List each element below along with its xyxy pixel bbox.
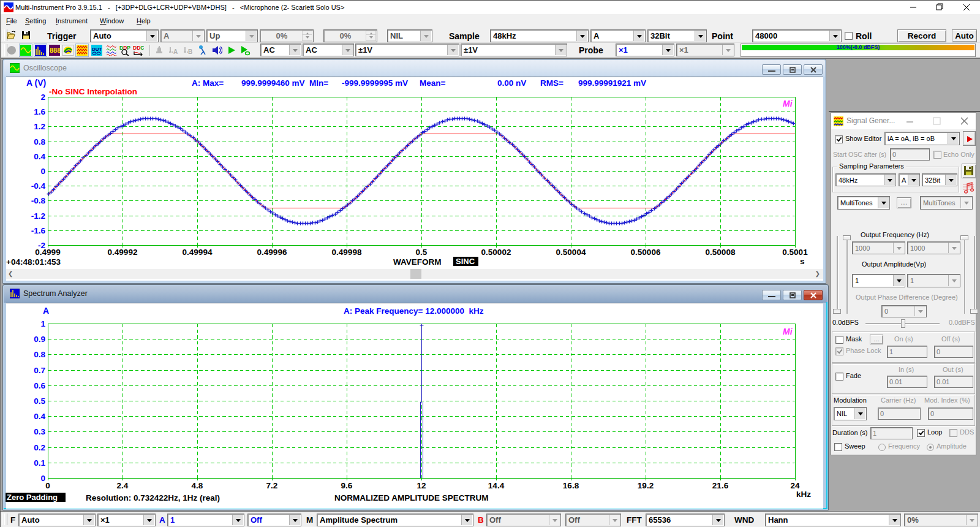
svg-text:0: 0 <box>40 474 45 483</box>
svg-text:0.7: 0.7 <box>34 366 45 375</box>
svg-text:SINC: SINC <box>456 257 475 266</box>
svg-text:0.00 nV: 0.00 nV <box>497 78 526 88</box>
svg-text:Resolution: 0.732422Hz, 1Hz (r: Resolution: 0.732422Hz, 1Hz (real) <box>86 493 220 502</box>
svg-text:B: B <box>188 48 192 55</box>
svg-text:19.2: 19.2 <box>638 481 654 490</box>
svg-text:2.4: 2.4 <box>117 481 129 490</box>
svg-text:16.8: 16.8 <box>563 481 579 490</box>
svg-text:A (V): A (V) <box>26 78 46 88</box>
svg-text:0.50004: 0.50004 <box>556 248 586 257</box>
svg-text:A: A <box>173 48 178 55</box>
svg-text:0.5: 0.5 <box>34 396 45 406</box>
svg-text:0.9: 0.9 <box>34 335 45 344</box>
svg-text:0.49994: 0.49994 <box>183 248 213 257</box>
svg-text:12: 12 <box>417 481 426 490</box>
svg-text:0.49996: 0.49996 <box>257 248 287 257</box>
svg-text:4.8: 4.8 <box>192 481 203 490</box>
svg-text:kHz: kHz <box>796 490 811 499</box>
svg-text:0.50002: 0.50002 <box>481 248 511 257</box>
svg-text:0.8: 0.8 <box>34 350 45 359</box>
svg-text:0.5: 0.5 <box>416 248 428 257</box>
svg-text:0: 0 <box>45 481 50 490</box>
svg-text:888: 888 <box>50 47 60 54</box>
svg-text:WAVEFORM: WAVEFORM <box>393 257 442 267</box>
svg-text:0.49992: 0.49992 <box>108 248 138 257</box>
svg-text:24: 24 <box>790 481 800 490</box>
svg-text:0.6: 0.6 <box>34 381 45 390</box>
svg-text:0.2: 0.2 <box>34 443 45 452</box>
svg-text:0.3: 0.3 <box>34 427 45 436</box>
svg-text:MIn=: MIn= <box>309 78 328 88</box>
svg-text:DUT: DUT <box>92 47 102 52</box>
svg-text:0.5001: 0.5001 <box>782 248 808 257</box>
svg-text:1: 1 <box>40 319 45 328</box>
svg-text:NORMALIZED AMPLITUDE SPECTRUM: NORMALIZED AMPLITUDE SPECTRUM <box>334 493 489 502</box>
svg-text:2: 2 <box>40 93 45 102</box>
svg-text:0.4: 0.4 <box>34 152 45 161</box>
svg-text:14.4: 14.4 <box>488 481 505 490</box>
svg-text:999.99991921 mV: 999.99991921 mV <box>578 78 646 88</box>
svg-text:0.4999: 0.4999 <box>35 248 60 257</box>
svg-text:1.6: 1.6 <box>34 107 45 116</box>
svg-text:0.1: 0.1 <box>34 458 45 468</box>
svg-text:0: 0 <box>40 167 45 176</box>
svg-text:Mi: Mi <box>783 99 793 108</box>
svg-text:7.2: 7.2 <box>266 481 278 490</box>
svg-text:-999.9999995 mV: -999.9999995 mV <box>342 78 408 88</box>
svg-text:9.6: 9.6 <box>341 481 353 490</box>
svg-text:A: Peak Frequency= 12.000000: A: Peak Frequency= 12.000000 kHz <box>344 306 484 316</box>
svg-text:0.4: 0.4 <box>34 412 45 421</box>
svg-text:+04:48:01:453: +04:48:01:453 <box>6 257 61 267</box>
svg-text:1.2: 1.2 <box>34 122 45 131</box>
svg-text:0.50008: 0.50008 <box>706 248 736 257</box>
svg-text:Mi: Mi <box>783 327 793 336</box>
svg-text:-1.2: -1.2 <box>31 211 45 221</box>
svg-text:0.49998: 0.49998 <box>332 248 362 257</box>
svg-text:-1.6: -1.6 <box>31 226 46 235</box>
svg-text:-No SINC Interpolation: -No SINC Interpolation <box>49 87 137 96</box>
svg-text:A: Max=: A: Max= <box>192 78 224 88</box>
svg-text:-0.8: -0.8 <box>31 196 46 205</box>
svg-text:21.6: 21.6 <box>712 481 729 490</box>
svg-text:Mean=: Mean= <box>420 78 446 88</box>
svg-text:999.9999460 mV: 999.9999460 mV <box>241 78 305 88</box>
svg-text:s: s <box>800 257 805 266</box>
svg-text:Zero Padding: Zero Padding <box>7 493 58 502</box>
svg-text:A: A <box>43 306 49 316</box>
svg-text:0.50006: 0.50006 <box>631 248 661 257</box>
svg-text:-0.4: -0.4 <box>31 181 46 191</box>
svg-text:RMS=: RMS= <box>540 78 564 88</box>
svg-text:0.8: 0.8 <box>34 137 45 146</box>
svg-text:DDC: DDC <box>133 45 144 51</box>
